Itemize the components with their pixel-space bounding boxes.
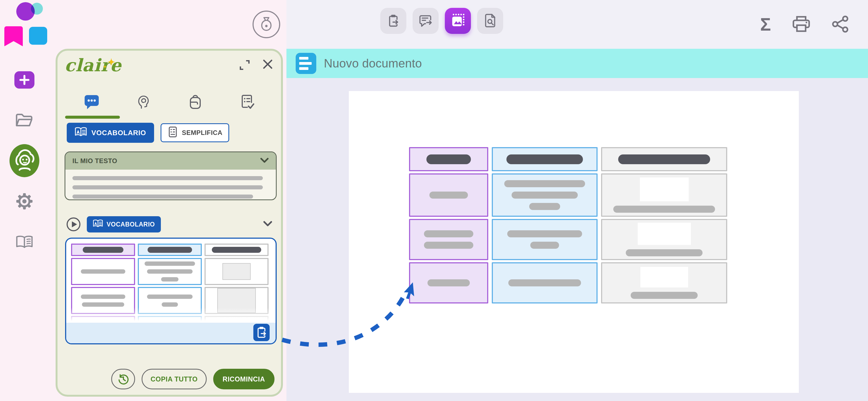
sidebar-item-settings[interactable] <box>0 181 49 222</box>
logo-dot-shape <box>31 3 43 14</box>
history-button[interactable] <box>111 369 135 389</box>
table-row <box>409 219 727 260</box>
image-selection-icon <box>451 13 465 29</box>
skeleton-bar <box>424 242 473 249</box>
image-capture-button[interactable] <box>445 8 471 34</box>
tab-mind[interactable] <box>118 90 169 114</box>
my-text-accordion: IL MIO TESTO <box>65 152 277 200</box>
copy-to-document-button[interactable] <box>253 324 270 341</box>
simplify-doc-icon <box>167 126 178 139</box>
document-search-button[interactable] <box>477 8 503 34</box>
chat-export-button[interactable] <box>412 8 439 34</box>
history-icon <box>117 373 129 386</box>
skeleton-bar <box>161 277 179 281</box>
semplifica-button[interactable]: SEMPLIFICA <box>161 123 229 142</box>
close-icon[interactable] <box>261 58 274 71</box>
document-icon <box>296 53 316 74</box>
restart-label: RICOMINCIA <box>223 375 265 383</box>
vocabolario-label: VOCABOLARIO <box>91 129 146 137</box>
top-toolbar: Σ <box>286 0 868 49</box>
logo-square-shape <box>29 27 47 45</box>
folder-icon <box>15 112 34 129</box>
claire-footer-actions: COPIA TUTTO RICOMINCIA <box>111 369 275 389</box>
left-sidebar-region: claire ✦ ✦ <box>0 0 286 401</box>
vocabulary-book-icon <box>93 219 103 230</box>
table-cell <box>492 147 597 171</box>
paste-export-button[interactable] <box>380 8 406 34</box>
table-cell <box>138 243 202 256</box>
skeleton-bar <box>504 180 585 187</box>
speech-bubble-dots-icon <box>84 94 100 111</box>
vocabolario-button[interactable]: VOCABOLARIO <box>67 123 154 143</box>
speech-bubble-arrow-icon <box>418 14 433 28</box>
sparkle-icon: ✦ <box>107 57 116 67</box>
table-cell <box>138 258 202 285</box>
skeleton-bar <box>147 295 193 299</box>
document-page[interactable] <box>349 91 799 393</box>
sidebar-item-library[interactable] <box>0 222 49 263</box>
table-cell <box>71 243 135 256</box>
skeleton-bar <box>618 155 710 164</box>
copy-all-button[interactable]: COPIA TUTTO <box>142 369 207 389</box>
restart-button[interactable]: RICOMINCIA <box>213 369 275 389</box>
document-header: Nuovo documento <box>286 49 868 78</box>
wallet-button[interactable] <box>252 10 280 38</box>
result-vocabolario-chip[interactable]: VOCABOLARIO <box>87 216 161 232</box>
skeleton-bar <box>426 155 471 164</box>
skeleton-bar <box>508 279 581 287</box>
sidebar-item-folders[interactable] <box>0 100 49 141</box>
skeleton-bar <box>530 242 559 249</box>
tab-chat[interactable] <box>66 90 118 114</box>
image-placeholder <box>641 267 688 288</box>
skeleton-bar <box>631 292 698 299</box>
tab-checklist[interactable] <box>221 90 273 114</box>
table-cell <box>409 219 488 260</box>
export-toolbar <box>380 8 503 34</box>
table-cell <box>409 173 488 217</box>
sidebar-item-claire[interactable] <box>0 141 49 181</box>
sidebar-item-new[interactable] <box>0 60 49 100</box>
image-placeholder <box>222 263 251 280</box>
skeleton-bar <box>72 185 263 190</box>
tab-backpack[interactable] <box>169 90 221 114</box>
skeleton-bar <box>429 192 468 199</box>
skeleton-bar <box>72 176 263 180</box>
table-cell <box>492 262 597 303</box>
skeleton-bar <box>613 206 715 213</box>
sum-icon[interactable]: Σ <box>760 15 771 33</box>
skeleton-bar <box>81 269 125 274</box>
table-row <box>409 173 727 217</box>
semplifica-label: SEMPLIFICA <box>182 129 222 137</box>
document-actions: Σ <box>760 0 849 49</box>
skeleton-bar <box>145 262 195 266</box>
my-text-header[interactable]: IL MIO TESTO <box>65 152 276 170</box>
table-cell <box>492 219 597 260</box>
print-button[interactable] <box>792 15 811 34</box>
document-title[interactable]: Nuovo documento <box>324 57 422 70</box>
table-cell <box>71 258 135 285</box>
document-canvas <box>286 78 868 401</box>
my-text-label: IL MIO TESTO <box>72 157 117 165</box>
table-row <box>71 243 269 256</box>
skeleton-bar <box>626 249 703 256</box>
expand-icon[interactable] <box>239 59 251 71</box>
doc-line <box>299 62 312 65</box>
table-row <box>409 262 727 303</box>
app-window: claire ✦ ✦ <box>0 0 868 401</box>
play-icon[interactable] <box>66 217 81 232</box>
copy-all-label: COPIA TUTTO <box>151 375 198 383</box>
skeleton-bar <box>83 247 123 253</box>
checklist-icon <box>240 94 255 111</box>
table-row <box>71 258 269 285</box>
document-table <box>409 147 727 306</box>
result-preview-box <box>65 238 277 344</box>
chevron-down-icon[interactable] <box>263 221 272 228</box>
skeleton-bar <box>424 230 473 237</box>
share-button[interactable] <box>832 15 849 34</box>
doc-line <box>299 57 308 60</box>
skeleton-bar <box>147 269 193 274</box>
sparkle-icon: ✦ <box>103 64 107 69</box>
skeleton-bar <box>506 155 583 164</box>
skeleton-bar <box>72 195 253 199</box>
table-cell <box>409 262 488 303</box>
